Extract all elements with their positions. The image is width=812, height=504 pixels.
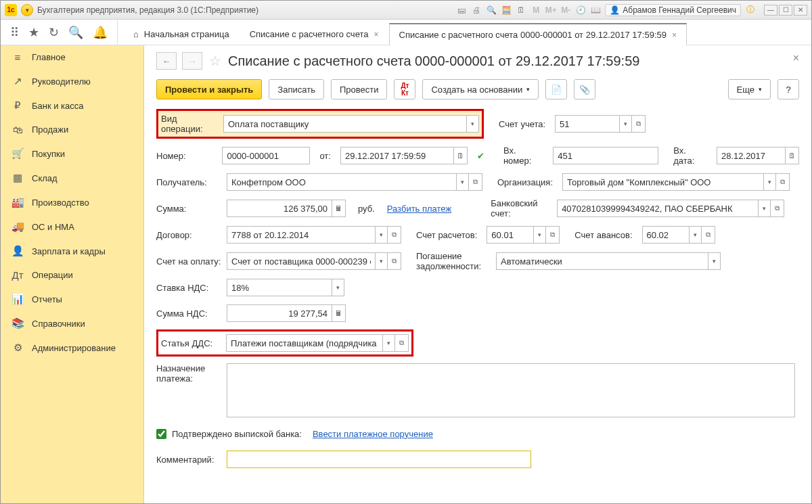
maximize-button[interactable]: ☐ (779, 5, 792, 16)
sidebar-item[interactable]: 📚Справочники (1, 311, 143, 336)
sidebar-item[interactable]: ⚙Администрирование (1, 336, 143, 360)
dropdown-icon[interactable]: ▾ (620, 115, 632, 133)
user-badge[interactable]: 👤 Абрамов Геннадий Сергеевич (605, 4, 741, 16)
vat-rate-field[interactable] (227, 279, 332, 296)
close-doc-button[interactable]: × (793, 52, 799, 64)
enter-payment-link[interactable]: Ввести платежное поручение (313, 429, 433, 439)
dropdown-icon[interactable]: ▾ (708, 252, 721, 270)
more-button[interactable]: Еще ▾ (728, 79, 771, 99)
comment-field[interactable] (227, 451, 531, 468)
calendar-icon[interactable]: 🗓 (516, 5, 526, 16)
apps-icon[interactable]: ⠿ (10, 25, 19, 40)
debt-field[interactable] (496, 252, 708, 270)
calculator-icon[interactable]: 🖩 (332, 304, 346, 322)
contract-field[interactable] (227, 226, 376, 244)
invoice-field[interactable] (227, 252, 376, 270)
post-button[interactable]: Провести (331, 79, 388, 99)
vat-sum-field[interactable] (227, 304, 332, 322)
dropdown-icon[interactable]: ▾ (467, 115, 479, 133)
help-button[interactable]: ? (777, 79, 799, 99)
tab-doc-1[interactable]: Списание с расчетного счета × (240, 23, 389, 45)
sidebar-item[interactable]: 🏭Производство (1, 190, 143, 214)
calendar-icon[interactable]: 🗓 (786, 147, 799, 164)
dropdown-icon[interactable]: ▾ (376, 226, 388, 244)
sidebar-item[interactable]: 🛒Покупки (1, 141, 143, 166)
amount-field[interactable] (227, 200, 332, 217)
post-and-close-button[interactable]: Провести и закрыть (156, 79, 262, 99)
save-button[interactable]: Записать (269, 79, 324, 99)
dropdown-icon[interactable]: ▾ (534, 226, 546, 244)
attachment-button[interactable]: 📎 (574, 79, 595, 99)
close-window-button[interactable]: ✕ (794, 5, 807, 16)
sidebar-item[interactable]: ▦Склад (1, 166, 143, 190)
popout-icon[interactable]: ⧉ (632, 115, 646, 133)
popout-icon[interactable]: ⧉ (469, 173, 482, 191)
tab-close-icon[interactable]: × (672, 30, 677, 40)
op-type-field[interactable] (223, 115, 467, 133)
hdd-icon[interactable]: 🖴 (456, 5, 467, 16)
popout-icon[interactable]: ⧉ (546, 226, 560, 244)
sidebar-item[interactable]: ≡Главное (1, 45, 143, 69)
search-small-icon[interactable]: 🔍 (486, 5, 497, 16)
star-icon[interactable]: ★ (28, 25, 39, 40)
split-payment-link[interactable]: Разбить платеж (387, 204, 451, 214)
account-field[interactable] (555, 115, 620, 133)
in-number-field[interactable] (553, 147, 658, 164)
popout-icon[interactable]: ⧉ (388, 226, 401, 244)
dropdown-icon[interactable]: ▾ (376, 252, 388, 270)
tab-home[interactable]: ⌂ Начальная страница (123, 23, 240, 45)
m-minus-icon[interactable]: M- (560, 5, 571, 16)
sidebar-item[interactable]: 🛍Продажи (1, 118, 143, 141)
create-based-on-button[interactable]: Создать на основании ▾ (422, 79, 539, 99)
print-icon[interactable]: 🖨 (471, 5, 482, 16)
date-field[interactable] (340, 147, 454, 164)
tab-close-icon[interactable]: × (374, 30, 378, 39)
tab-doc-2[interactable]: Списание с расчетного счета 0000-000001 … (389, 23, 687, 45)
m-plus-icon[interactable]: M+ (545, 5, 556, 16)
dds-field[interactable] (226, 334, 383, 352)
number-field[interactable] (222, 147, 310, 164)
bell-icon[interactable]: 🔔 (93, 25, 108, 40)
history-icon[interactable]: ↻ (49, 25, 59, 40)
bank-account-field[interactable] (557, 200, 759, 217)
dropdown-icon[interactable]: ▾ (457, 173, 469, 191)
popout-icon[interactable]: ⧉ (395, 334, 409, 352)
dropdown-icon[interactable]: ▾ (759, 200, 771, 217)
m-icon[interactable]: M (531, 5, 541, 16)
popout-icon[interactable]: ⧉ (776, 173, 790, 191)
confirmed-checkbox[interactable] (156, 429, 166, 439)
dropdown-icon[interactable]: ▾ (383, 334, 395, 352)
popout-icon[interactable]: ⧉ (771, 200, 784, 217)
book-icon[interactable]: 📖 (590, 5, 601, 16)
dropdown-icon[interactable]: ▾ (332, 279, 344, 296)
info-icon[interactable]: ⓘ (745, 5, 756, 16)
calc-icon[interactable]: 🧮 (501, 5, 512, 16)
popout-icon[interactable]: ⧉ (388, 252, 401, 270)
minimize-button[interactable]: — (764, 5, 777, 16)
in-date-field[interactable] (717, 147, 786, 164)
advance-account-field[interactable] (642, 226, 690, 244)
sidebar-item[interactable]: 🚚ОС и НМА (1, 214, 143, 239)
recipient-field[interactable] (227, 173, 457, 191)
search-icon[interactable]: 🔍 (68, 25, 83, 40)
app-menu-dropdown[interactable]: ▾ (21, 4, 33, 16)
popout-icon[interactable]: ⧉ (702, 226, 715, 244)
organization-field[interactable] (562, 173, 764, 191)
calendar-icon[interactable]: 🗓 (454, 147, 468, 164)
sidebar-item[interactable]: 📊Отчеты (1, 287, 143, 311)
purpose-field[interactable] (227, 363, 795, 417)
document-icon-button[interactable]: 📄 (545, 79, 567, 99)
nav-forward-button[interactable]: → (182, 52, 202, 70)
sidebar-item[interactable]: ДтОперации (1, 263, 143, 287)
clock-icon[interactable]: 🕘 (575, 5, 586, 16)
calculator-icon[interactable]: 🖩 (332, 200, 346, 217)
settl-account-field[interactable] (487, 226, 534, 244)
sidebar-item[interactable]: ₽Банк и касса (1, 93, 143, 118)
dropdown-icon[interactable]: ▾ (764, 173, 776, 191)
dropdown-icon[interactable]: ▾ (690, 226, 702, 244)
sidebar-item[interactable]: ↗Руководителю (1, 69, 143, 93)
favorite-star-icon[interactable]: ☆ (209, 53, 221, 69)
dtkt-button[interactable]: ДтКт (394, 79, 415, 99)
sidebar-item[interactable]: 👤Зарплата и кадры (1, 239, 143, 263)
nav-back-button[interactable]: ← (156, 52, 177, 70)
